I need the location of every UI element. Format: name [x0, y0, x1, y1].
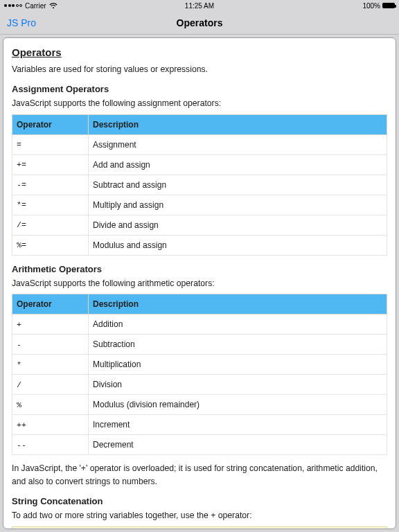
battery-icon — [382, 3, 395, 8]
arithmetic-heading: Arithmetic Operators — [12, 263, 387, 276]
wifi-icon — [49, 3, 57, 9]
desc-cell: Addition — [89, 314, 387, 335]
code-block: msg1 = "First Message."; msg2 = "Second … — [12, 526, 387, 529]
arithmetic-lead: JavaScript supports the following arithm… — [12, 277, 387, 290]
arithmetic-note: In JavaScript, the '+' operator is overl… — [12, 462, 387, 488]
signal-dots-icon — [4, 4, 22, 7]
op-cell: * — [12, 355, 89, 375]
desc-cell: Divide and assign — [89, 215, 387, 235]
table-row: =Assignment — [12, 134, 387, 154]
nav-title: Operators — [0, 17, 399, 28]
desc-cell: Multiply and assign — [89, 195, 387, 215]
table-row: +=Add and assign — [12, 154, 387, 175]
op-cell: -- — [12, 435, 89, 455]
back-button[interactable]: JS Pro — [7, 17, 36, 28]
table-row: -Subtraction — [12, 335, 387, 355]
page-title: Operators — [12, 45, 387, 61]
desc-cell: Modulus (division remainder) — [89, 395, 387, 415]
carrier-label: Carrier — [25, 2, 46, 10]
op-cell: + — [12, 314, 89, 335]
assignment-table: Operator Description =Assignment +=Add a… — [12, 114, 387, 256]
table-row: *=Multiply and assign — [12, 195, 387, 215]
desc-cell: Modulus and assign — [89, 235, 387, 255]
assignment-lead: JavaScript supports the following assign… — [12, 97, 387, 109]
desc-cell: Decrement — [89, 435, 387, 455]
table-header: Operator — [12, 114, 89, 134]
table-row: ++Increment — [12, 415, 387, 435]
desc-cell: Assignment — [89, 134, 387, 154]
table-header: Description — [89, 294, 387, 314]
op-cell: = — [12, 134, 89, 154]
op-cell: %= — [12, 235, 89, 255]
table-row: -=Subtract and assign — [12, 175, 387, 195]
op-cell: ++ — [12, 415, 89, 435]
op-cell: += — [12, 154, 89, 175]
status-time: 11:25 AM — [134, 2, 265, 10]
op-cell: / — [12, 375, 89, 395]
table-row: %=Modulus and assign — [12, 235, 387, 255]
op-cell: /= — [12, 215, 89, 235]
document-body[interactable]: Operators Variables are used for storing… — [3, 38, 396, 529]
op-cell: % — [12, 395, 89, 415]
table-row: /=Divide and assign — [12, 215, 387, 235]
desc-cell: Multiplication — [89, 355, 387, 375]
op-cell: *= — [12, 195, 89, 215]
desc-cell: Add and assign — [89, 154, 387, 175]
table-header: Description — [89, 114, 387, 134]
page-intro: Variables are used for storing values or… — [12, 63, 387, 76]
concat-heading: String Concatenation — [12, 495, 387, 508]
battery-percentage: 100% — [362, 2, 380, 10]
table-row: /Division — [12, 375, 387, 395]
assignment-heading: Assignment Operators — [12, 82, 387, 96]
desc-cell: Increment — [89, 415, 387, 435]
arithmetic-table: Operator Description +Addition -Subtract… — [12, 294, 387, 455]
table-row: *Multiplication — [12, 355, 387, 375]
table-row: --Decrement — [12, 435, 387, 455]
nav-bar: JS Pro Operators — [0, 11, 399, 35]
desc-cell: Subtraction — [89, 335, 387, 355]
content-card: Operators Variables are used for storing… — [3, 37, 396, 529]
table-row: +Addition — [12, 314, 387, 335]
concat-lead: To add two or more string variables toge… — [12, 509, 387, 522]
table-row: %Modulus (division remainder) — [12, 395, 387, 415]
desc-cell: Subtract and assign — [89, 175, 387, 195]
table-header: Operator — [12, 294, 89, 314]
desc-cell: Division — [89, 375, 387, 395]
status-bar: Carrier 11:25 AM 100% — [0, 0, 399, 11]
op-cell: - — [12, 335, 89, 355]
op-cell: -= — [12, 175, 89, 195]
